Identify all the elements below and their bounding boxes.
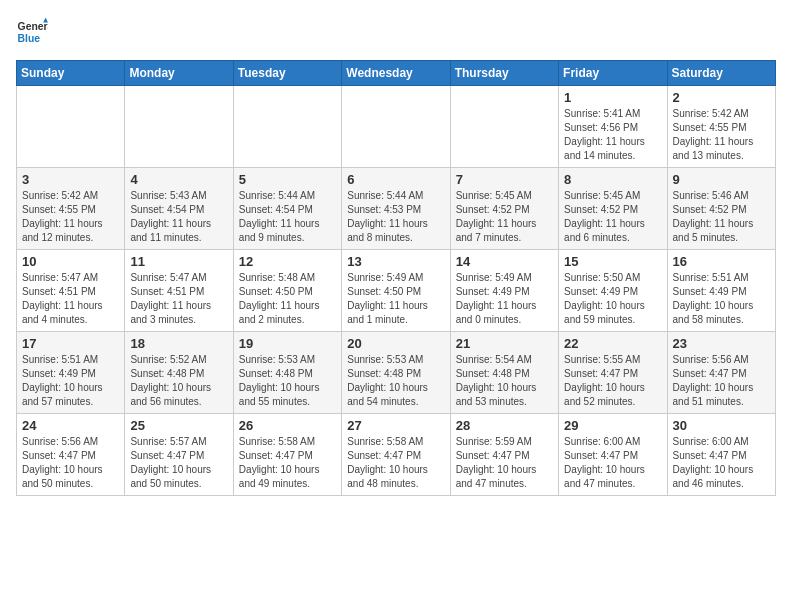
logo: General Blue	[16, 16, 48, 48]
calendar-header-row: SundayMondayTuesdayWednesdayThursdayFrid…	[17, 61, 776, 86]
day-info: Sunrise: 5:48 AM Sunset: 4:50 PM Dayligh…	[239, 271, 336, 327]
calendar-cell	[450, 86, 558, 168]
calendar-cell: 29Sunrise: 6:00 AM Sunset: 4:47 PM Dayli…	[559, 414, 667, 496]
page-header: General Blue	[16, 16, 776, 48]
calendar-cell: 17Sunrise: 5:51 AM Sunset: 4:49 PM Dayli…	[17, 332, 125, 414]
calendar-cell	[17, 86, 125, 168]
calendar-cell: 6Sunrise: 5:44 AM Sunset: 4:53 PM Daylig…	[342, 168, 450, 250]
day-number: 13	[347, 254, 444, 269]
day-number: 14	[456, 254, 553, 269]
day-number: 15	[564, 254, 661, 269]
calendar-cell: 7Sunrise: 5:45 AM Sunset: 4:52 PM Daylig…	[450, 168, 558, 250]
svg-text:General: General	[18, 21, 48, 32]
week-row-2: 3Sunrise: 5:42 AM Sunset: 4:55 PM Daylig…	[17, 168, 776, 250]
calendar-body: 1Sunrise: 5:41 AM Sunset: 4:56 PM Daylig…	[17, 86, 776, 496]
day-header-tuesday: Tuesday	[233, 61, 341, 86]
day-info: Sunrise: 5:55 AM Sunset: 4:47 PM Dayligh…	[564, 353, 661, 409]
day-number: 5	[239, 172, 336, 187]
calendar-cell: 14Sunrise: 5:49 AM Sunset: 4:49 PM Dayli…	[450, 250, 558, 332]
week-row-3: 10Sunrise: 5:47 AM Sunset: 4:51 PM Dayli…	[17, 250, 776, 332]
logo-icon: General Blue	[16, 16, 48, 48]
day-info: Sunrise: 5:44 AM Sunset: 4:54 PM Dayligh…	[239, 189, 336, 245]
day-number: 11	[130, 254, 227, 269]
day-info: Sunrise: 5:58 AM Sunset: 4:47 PM Dayligh…	[347, 435, 444, 491]
day-info: Sunrise: 5:58 AM Sunset: 4:47 PM Dayligh…	[239, 435, 336, 491]
day-header-sunday: Sunday	[17, 61, 125, 86]
svg-text:Blue: Blue	[18, 33, 41, 44]
day-number: 19	[239, 336, 336, 351]
day-info: Sunrise: 5:59 AM Sunset: 4:47 PM Dayligh…	[456, 435, 553, 491]
calendar-cell: 1Sunrise: 5:41 AM Sunset: 4:56 PM Daylig…	[559, 86, 667, 168]
day-number: 20	[347, 336, 444, 351]
calendar-cell: 24Sunrise: 5:56 AM Sunset: 4:47 PM Dayli…	[17, 414, 125, 496]
day-number: 2	[673, 90, 770, 105]
day-info: Sunrise: 5:52 AM Sunset: 4:48 PM Dayligh…	[130, 353, 227, 409]
day-number: 18	[130, 336, 227, 351]
day-number: 6	[347, 172, 444, 187]
day-header-monday: Monday	[125, 61, 233, 86]
calendar-table: SundayMondayTuesdayWednesdayThursdayFrid…	[16, 60, 776, 496]
day-info: Sunrise: 5:47 AM Sunset: 4:51 PM Dayligh…	[22, 271, 119, 327]
calendar-cell: 22Sunrise: 5:55 AM Sunset: 4:47 PM Dayli…	[559, 332, 667, 414]
day-number: 27	[347, 418, 444, 433]
week-row-4: 17Sunrise: 5:51 AM Sunset: 4:49 PM Dayli…	[17, 332, 776, 414]
day-info: Sunrise: 5:56 AM Sunset: 4:47 PM Dayligh…	[22, 435, 119, 491]
day-info: Sunrise: 5:42 AM Sunset: 4:55 PM Dayligh…	[673, 107, 770, 163]
day-number: 3	[22, 172, 119, 187]
day-number: 29	[564, 418, 661, 433]
day-number: 21	[456, 336, 553, 351]
day-number: 10	[22, 254, 119, 269]
calendar-cell: 28Sunrise: 5:59 AM Sunset: 4:47 PM Dayli…	[450, 414, 558, 496]
day-header-saturday: Saturday	[667, 61, 775, 86]
day-info: Sunrise: 5:51 AM Sunset: 4:49 PM Dayligh…	[22, 353, 119, 409]
day-number: 17	[22, 336, 119, 351]
day-info: Sunrise: 5:51 AM Sunset: 4:49 PM Dayligh…	[673, 271, 770, 327]
calendar-cell: 5Sunrise: 5:44 AM Sunset: 4:54 PM Daylig…	[233, 168, 341, 250]
calendar-cell: 21Sunrise: 5:54 AM Sunset: 4:48 PM Dayli…	[450, 332, 558, 414]
day-info: Sunrise: 5:45 AM Sunset: 4:52 PM Dayligh…	[564, 189, 661, 245]
calendar-cell: 4Sunrise: 5:43 AM Sunset: 4:54 PM Daylig…	[125, 168, 233, 250]
day-number: 8	[564, 172, 661, 187]
calendar-cell	[125, 86, 233, 168]
calendar-cell: 23Sunrise: 5:56 AM Sunset: 4:47 PM Dayli…	[667, 332, 775, 414]
calendar-cell: 26Sunrise: 5:58 AM Sunset: 4:47 PM Dayli…	[233, 414, 341, 496]
day-info: Sunrise: 5:45 AM Sunset: 4:52 PM Dayligh…	[456, 189, 553, 245]
day-info: Sunrise: 5:46 AM Sunset: 4:52 PM Dayligh…	[673, 189, 770, 245]
day-number: 4	[130, 172, 227, 187]
day-number: 26	[239, 418, 336, 433]
calendar-cell: 9Sunrise: 5:46 AM Sunset: 4:52 PM Daylig…	[667, 168, 775, 250]
calendar-cell: 12Sunrise: 5:48 AM Sunset: 4:50 PM Dayli…	[233, 250, 341, 332]
day-info: Sunrise: 5:56 AM Sunset: 4:47 PM Dayligh…	[673, 353, 770, 409]
svg-marker-2	[43, 18, 48, 23]
day-header-friday: Friday	[559, 61, 667, 86]
calendar-cell: 18Sunrise: 5:52 AM Sunset: 4:48 PM Dayli…	[125, 332, 233, 414]
calendar-cell: 16Sunrise: 5:51 AM Sunset: 4:49 PM Dayli…	[667, 250, 775, 332]
calendar-cell: 30Sunrise: 6:00 AM Sunset: 4:47 PM Dayli…	[667, 414, 775, 496]
day-info: Sunrise: 5:44 AM Sunset: 4:53 PM Dayligh…	[347, 189, 444, 245]
calendar-cell: 2Sunrise: 5:42 AM Sunset: 4:55 PM Daylig…	[667, 86, 775, 168]
calendar-cell: 15Sunrise: 5:50 AM Sunset: 4:49 PM Dayli…	[559, 250, 667, 332]
day-number: 9	[673, 172, 770, 187]
day-info: Sunrise: 5:41 AM Sunset: 4:56 PM Dayligh…	[564, 107, 661, 163]
day-info: Sunrise: 5:49 AM Sunset: 4:50 PM Dayligh…	[347, 271, 444, 327]
calendar-cell: 27Sunrise: 5:58 AM Sunset: 4:47 PM Dayli…	[342, 414, 450, 496]
day-header-wednesday: Wednesday	[342, 61, 450, 86]
calendar-cell: 20Sunrise: 5:53 AM Sunset: 4:48 PM Dayli…	[342, 332, 450, 414]
calendar-cell: 11Sunrise: 5:47 AM Sunset: 4:51 PM Dayli…	[125, 250, 233, 332]
day-header-thursday: Thursday	[450, 61, 558, 86]
day-info: Sunrise: 6:00 AM Sunset: 4:47 PM Dayligh…	[564, 435, 661, 491]
calendar-cell	[342, 86, 450, 168]
week-row-5: 24Sunrise: 5:56 AM Sunset: 4:47 PM Dayli…	[17, 414, 776, 496]
day-number: 7	[456, 172, 553, 187]
day-info: Sunrise: 5:53 AM Sunset: 4:48 PM Dayligh…	[347, 353, 444, 409]
calendar-cell: 3Sunrise: 5:42 AM Sunset: 4:55 PM Daylig…	[17, 168, 125, 250]
day-info: Sunrise: 5:49 AM Sunset: 4:49 PM Dayligh…	[456, 271, 553, 327]
day-info: Sunrise: 5:57 AM Sunset: 4:47 PM Dayligh…	[130, 435, 227, 491]
calendar-cell	[233, 86, 341, 168]
day-number: 1	[564, 90, 661, 105]
day-number: 25	[130, 418, 227, 433]
calendar-cell: 10Sunrise: 5:47 AM Sunset: 4:51 PM Dayli…	[17, 250, 125, 332]
day-info: Sunrise: 6:00 AM Sunset: 4:47 PM Dayligh…	[673, 435, 770, 491]
week-row-1: 1Sunrise: 5:41 AM Sunset: 4:56 PM Daylig…	[17, 86, 776, 168]
day-number: 30	[673, 418, 770, 433]
